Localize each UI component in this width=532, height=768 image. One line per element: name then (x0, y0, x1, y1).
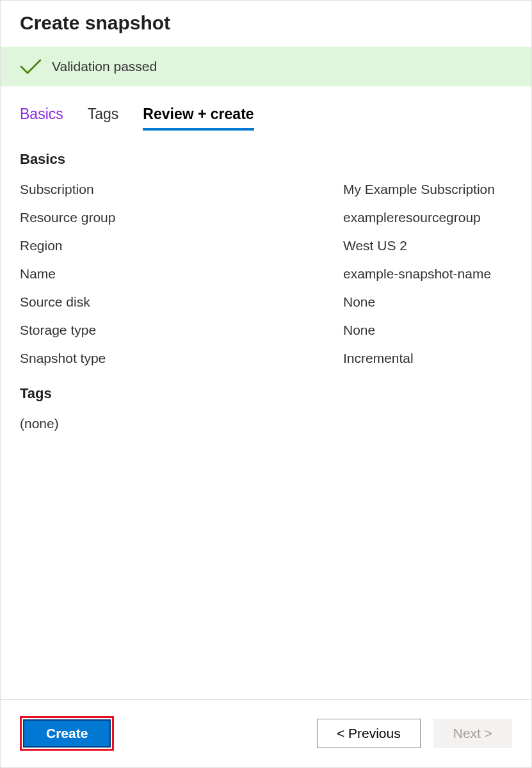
label-region: Region (20, 238, 343, 253)
row-storage-type: Storage type None (20, 323, 512, 338)
footer-left: Create (20, 716, 114, 751)
row-region: Region West US 2 (20, 238, 512, 253)
label-snapshot-type: Snapshot type (20, 351, 343, 366)
row-snapshot-type: Snapshot type Incremental (20, 351, 512, 366)
footer-bar: Create < Previous Next > (1, 699, 531, 767)
section-heading-tags: Tags (20, 385, 512, 402)
next-button: Next > (433, 719, 512, 748)
footer-right: < Previous Next > (317, 719, 512, 748)
tab-basics[interactable]: Basics (20, 106, 63, 131)
previous-button[interactable]: < Previous (317, 719, 421, 748)
row-resource-group: Resource group exampleresourcegroup (20, 210, 512, 225)
tags-none-text: (none) (20, 416, 512, 431)
section-heading-basics: Basics (20, 151, 512, 168)
content-area: Basics Tags Review + create Basics Subsc… (1, 86, 531, 699)
value-name: example-snapshot-name (343, 266, 491, 282)
row-subscription: Subscription My Example Subscription (20, 182, 512, 197)
value-subscription: My Example Subscription (343, 182, 495, 197)
validation-message: Validation passed (52, 59, 157, 74)
label-name: Name (20, 266, 343, 282)
tabs-bar: Basics Tags Review + create (20, 106, 512, 131)
tab-tags[interactable]: Tags (88, 106, 119, 131)
validation-banner: Validation passed (1, 47, 531, 86)
checkmark-icon (20, 58, 42, 75)
label-subscription: Subscription (20, 182, 343, 197)
create-button-highlight: Create (20, 716, 114, 751)
label-storage-type: Storage type (20, 323, 343, 338)
value-resource-group: exampleresourcegroup (343, 210, 481, 225)
page-header: Create snapshot (1, 1, 531, 40)
label-source-disk: Source disk (20, 294, 343, 310)
page-title: Create snapshot (20, 12, 512, 34)
value-storage-type: None (343, 323, 375, 338)
value-region: West US 2 (343, 238, 407, 253)
tab-review-create[interactable]: Review + create (143, 106, 254, 131)
create-button[interactable]: Create (23, 719, 111, 748)
row-source-disk: Source disk None (20, 294, 512, 310)
row-name: Name example-snapshot-name (20, 266, 512, 282)
value-snapshot-type: Incremental (343, 351, 414, 366)
label-resource-group: Resource group (20, 210, 343, 225)
value-source-disk: None (343, 294, 375, 310)
